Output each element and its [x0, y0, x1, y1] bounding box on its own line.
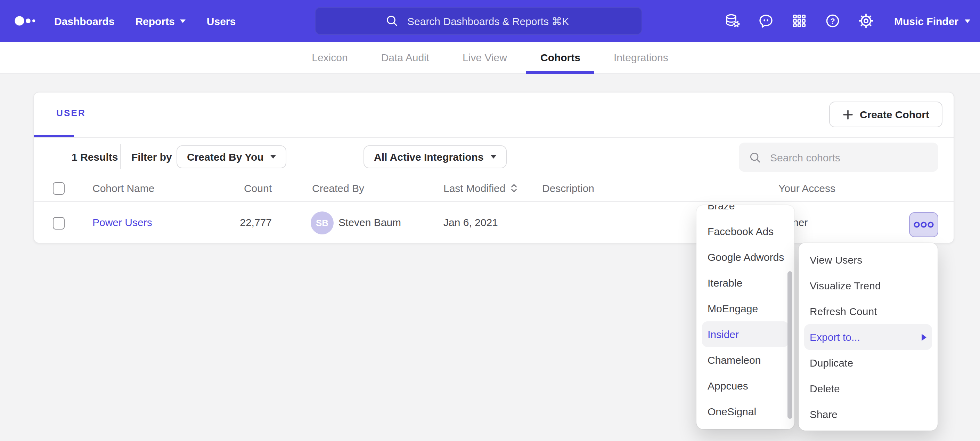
- top-navbar: Dashboards Reports Users: [0, 0, 980, 42]
- export-target-list: Braze Facebook Ads Google Adwords Iterab…: [697, 205, 794, 424]
- nav-item-label: Reports: [135, 15, 175, 27]
- nav-item-reports[interactable]: Reports: [135, 15, 186, 27]
- menu-item-export-to[interactable]: Export to...: [804, 324, 932, 350]
- menu-item-google-adwords[interactable]: Google Adwords: [697, 244, 794, 270]
- chevron-down-icon: [491, 155, 496, 158]
- avatar: SB: [311, 211, 334, 235]
- section-tabbar: Lexicon Data Audit Live View Cohorts Int…: [0, 42, 980, 74]
- menu-item-onesignal[interactable]: OneSignal: [697, 399, 794, 424]
- menu-item-facebook-ads[interactable]: Facebook Ads: [697, 219, 794, 244]
- search-icon: [749, 150, 762, 164]
- cohort-name-link[interactable]: Power Users: [92, 216, 152, 228]
- sort-icon: [510, 183, 518, 193]
- menu-item-braze[interactable]: Braze: [697, 205, 794, 219]
- chevron-down-icon: [180, 19, 186, 22]
- navbar-right-group: ? Music Finder: [725, 0, 970, 42]
- settings-icon[interactable]: [858, 13, 875, 29]
- project-name: Music Finder: [894, 15, 958, 27]
- col-label: Last Modified: [444, 182, 505, 194]
- chevron-down-icon: [271, 155, 276, 158]
- apps-grid-icon[interactable]: [791, 13, 808, 29]
- search-icon: [385, 14, 399, 28]
- chevron-down-icon: [965, 19, 970, 22]
- col-last-modified[interactable]: Last Modified: [444, 182, 518, 194]
- data-management-icon[interactable]: [725, 13, 741, 29]
- select-all-checkbox[interactable]: [53, 182, 65, 195]
- mixpanel-logo-icon[interactable]: [14, 13, 38, 29]
- table-row: Power Users 22,777 SB Steven Baum Jan 6,…: [34, 202, 954, 244]
- nav-item-dashboards[interactable]: Dashboards: [54, 15, 115, 27]
- tab-cohorts[interactable]: Cohorts: [540, 42, 581, 74]
- plus-icon: [842, 109, 853, 120]
- menu-item-delete[interactable]: Delete: [799, 375, 938, 401]
- menu-item-appcues[interactable]: Appcues: [697, 373, 794, 399]
- primary-nav: Dashboards Reports Users: [54, 0, 235, 42]
- results-count: 1 Results: [72, 151, 118, 163]
- menu-item-duplicate[interactable]: Duplicate: [799, 350, 938, 375]
- svg-text:?: ?: [830, 17, 835, 26]
- col-description[interactable]: Description: [542, 182, 594, 194]
- submenu-scrollbar[interactable]: [788, 271, 792, 419]
- tab-data-audit[interactable]: Data Audit: [381, 42, 429, 74]
- tab-integrations[interactable]: Integrations: [614, 42, 668, 74]
- nav-item-label: Users: [207, 15, 235, 27]
- filter-integrations-dropdown[interactable]: All Active Integrations: [363, 145, 507, 168]
- cohort-count: 22,777: [202, 216, 272, 228]
- menu-item-share[interactable]: Share: [799, 401, 938, 427]
- app-window: Dashboards Reports Users: [0, 0, 980, 441]
- menu-item-visualize-trend[interactable]: Visualize Trend: [799, 273, 938, 299]
- create-cohort-label: Create Cohort: [860, 109, 929, 120]
- created-by-name: Steven Baum: [339, 216, 401, 228]
- global-search-input[interactable]: [406, 14, 572, 27]
- menu-item-iterable[interactable]: Iterable: [697, 270, 794, 296]
- table-header: Cohort Name Count Created By Last Modifi…: [34, 177, 954, 202]
- create-cohort-button[interactable]: Create Cohort: [829, 102, 942, 127]
- tab-live-view[interactable]: Live View: [463, 42, 507, 74]
- export-to-submenu: Braze Facebook Ads Google Adwords Iterab…: [697, 205, 794, 429]
- menu-item-insider[interactable]: Insider: [702, 321, 789, 347]
- menu-item-view-users[interactable]: View Users: [799, 247, 938, 273]
- ellipsis-icon: [913, 220, 934, 229]
- menu-item-moengage[interactable]: MoEngage: [697, 296, 794, 321]
- row-actions-menu: View Users Visualize Trend Refresh Count…: [799, 243, 938, 431]
- col-your-access[interactable]: Your Access: [778, 182, 835, 194]
- cohort-search[interactable]: [739, 142, 938, 172]
- filter-label: Created By You: [187, 151, 264, 163]
- tab-lexicon[interactable]: Lexicon: [312, 42, 347, 74]
- divider: [34, 137, 954, 138]
- row-actions-button[interactable]: [909, 212, 938, 237]
- menu-item-label: Export to...: [810, 324, 860, 350]
- cohort-search-input[interactable]: [769, 150, 929, 164]
- menu-item-refresh-count[interactable]: Refresh Count: [799, 299, 938, 324]
- cohort-type-tab-user[interactable]: USER: [56, 108, 86, 118]
- feedback-icon[interactable]: [758, 13, 775, 29]
- global-search[interactable]: [315, 7, 642, 35]
- filter-created-by-dropdown[interactable]: Created By You: [177, 145, 287, 168]
- menu-item-chameleon[interactable]: Chameleon: [697, 347, 794, 373]
- last-modified-date: Jan 6, 2021: [444, 216, 498, 228]
- nav-item-label: Dashboards: [54, 15, 115, 27]
- row-checkbox[interactable]: [53, 217, 65, 230]
- col-cohort-name[interactable]: Cohort Name: [92, 182, 154, 194]
- filter-label: All Active Integrations: [374, 151, 484, 163]
- divider: [120, 144, 121, 169]
- submenu-arrow-icon: [922, 334, 926, 340]
- cohorts-panel: USER Create Cohort 1 Results Filter by C…: [33, 92, 954, 243]
- col-count[interactable]: Count: [202, 182, 272, 194]
- nav-item-users[interactable]: Users: [207, 15, 235, 27]
- col-created-by[interactable]: Created By: [312, 182, 364, 194]
- filter-by-label: Filter by: [131, 151, 172, 163]
- project-selector[interactable]: Music Finder: [894, 15, 970, 27]
- help-icon[interactable]: ?: [825, 13, 842, 29]
